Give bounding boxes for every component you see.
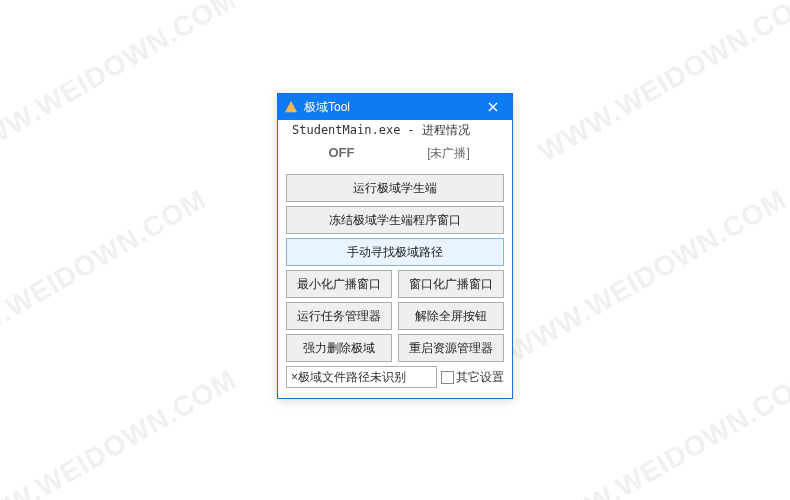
- checkbox-icon[interactable]: [441, 371, 454, 384]
- other-settings-label: 其它设置: [456, 369, 504, 386]
- restart-explorer-button[interactable]: 重启资源管理器: [398, 334, 504, 362]
- manual-find-path-button[interactable]: 手动寻找极域路径: [286, 238, 504, 266]
- windowed-broadcast-button[interactable]: 窗口化广播窗口: [398, 270, 504, 298]
- close-button[interactable]: [480, 97, 506, 117]
- status-broadcast: [未广播]: [395, 145, 502, 162]
- window-title: 极域Tool: [304, 99, 480, 116]
- freeze-window-button[interactable]: 冻结极域学生端程序窗口: [286, 206, 504, 234]
- watermark-text: WWW.WEIDOWN.COM: [0, 0, 242, 169]
- run-taskmgr-button[interactable]: 运行任务管理器: [286, 302, 392, 330]
- client-area: StudentMain.exe - 进程情况 OFF [未广播] 运行极域学生端…: [278, 120, 512, 398]
- status-off: OFF: [288, 145, 395, 162]
- app-icon: [284, 100, 298, 114]
- path-status-box: ×极域文件路径未识别: [286, 366, 437, 388]
- watermark-text: WWW.WEIDOWN.COM: [0, 363, 242, 500]
- status-row: OFF [未广播]: [278, 143, 512, 170]
- watermark-text: WWW.WEIDOWN.COM: [0, 183, 212, 368]
- run-student-button[interactable]: 运行极域学生端: [286, 174, 504, 202]
- svg-marker-0: [285, 101, 297, 112]
- minimize-broadcast-button[interactable]: 最小化广播窗口: [286, 270, 392, 298]
- other-settings-checkbox[interactable]: 其它设置: [441, 369, 504, 386]
- watermark-text: WWW.WEIDOWN.COM: [533, 363, 790, 500]
- titlebar[interactable]: 极域Tool: [278, 94, 512, 120]
- watermark-text: WWW.WEIDOWN.COM: [503, 183, 790, 368]
- watermark-text: WWW.WEIDOWN.COM: [533, 0, 790, 169]
- process-status-line: StudentMain.exe - 进程情况: [278, 120, 512, 143]
- unlock-fullscreen-button[interactable]: 解除全屏按钮: [398, 302, 504, 330]
- force-delete-button[interactable]: 强力删除极域: [286, 334, 392, 362]
- app-window: 极域Tool StudentMain.exe - 进程情况 OFF [未广播] …: [277, 93, 513, 399]
